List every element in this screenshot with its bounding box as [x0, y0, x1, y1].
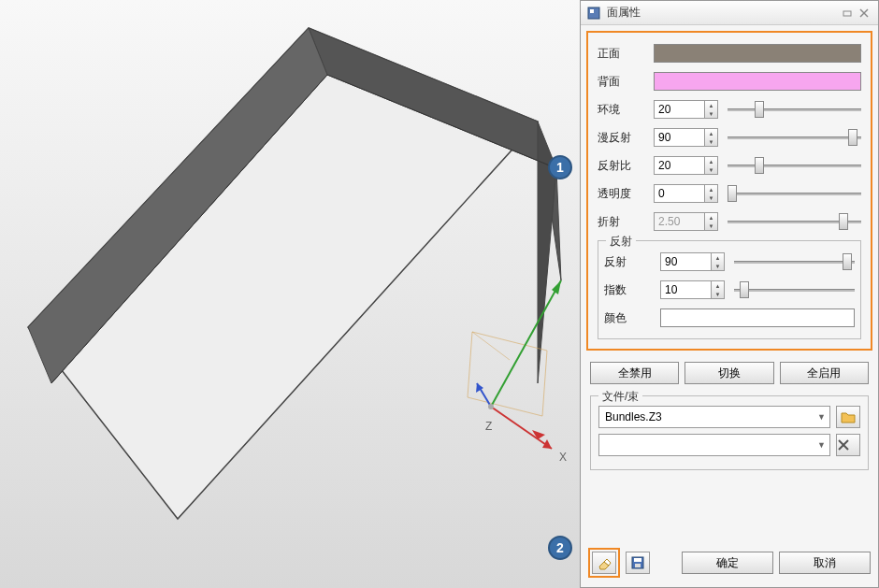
svg-rect-28 — [635, 564, 641, 567]
cancel-button[interactable]: 取消 — [779, 552, 871, 574]
clear-button[interactable] — [836, 434, 860, 456]
svg-rect-18 — [590, 9, 594, 13]
ok-button[interactable]: 确定 — [682, 552, 773, 574]
label-front-face: 正面 — [598, 46, 654, 62]
label-index: 指数 — [604, 282, 660, 298]
chevron-down-icon: ▼ — [817, 440, 826, 450]
index-spinner[interactable]: ▲▼ — [712, 280, 725, 299]
floppy-disk-icon — [630, 555, 645, 570]
reflectance-slider[interactable] — [728, 156, 861, 175]
diffuse-slider[interactable] — [728, 128, 861, 147]
secondary-combo[interactable]: ▼ — [598, 434, 830, 456]
diffuse-spinner[interactable]: ▲▼ — [705, 128, 718, 147]
panel-icon — [586, 6, 601, 21]
refraction-spinner[interactable]: ▲▼ — [705, 212, 718, 231]
refraction-input: 2.50 — [654, 212, 705, 231]
svg-rect-19 — [843, 11, 851, 16]
eraser-icon — [597, 555, 612, 570]
svg-marker-7 — [468, 332, 547, 416]
reflectance-input[interactable]: 20 — [654, 156, 705, 175]
panel-undock-button[interactable] — [839, 6, 856, 21]
bundle-combo[interactable]: Bundles.Z3 ▼ — [598, 406, 830, 428]
reflection-group: 反射 反射 90 ▲▼ 指数 10 ▲▼ 颜色 — [598, 240, 861, 339]
label-transparency: 透明度 — [598, 186, 654, 202]
axis-label-z: Z — [485, 420, 492, 433]
highlighted-eraser-frame — [588, 548, 620, 578]
eraser-button[interactable] — [592, 552, 616, 574]
reflection-input[interactable]: 90 — [660, 252, 712, 271]
viewport-3d[interactable]: X Z — [0, 0, 580, 588]
ambient-slider[interactable] — [728, 100, 861, 119]
label-ambient: 环境 — [598, 102, 654, 118]
enable-all-button[interactable]: 全启用 — [780, 362, 869, 384]
reflection-spinner[interactable]: ▲▼ — [712, 252, 725, 271]
refraction-slider[interactable] — [728, 212, 861, 231]
close-icon — [837, 438, 859, 452]
cube-geometry — [0, 0, 580, 588]
svg-line-11 — [491, 280, 561, 407]
back-face-color-swatch[interactable] — [654, 72, 861, 91]
chevron-down-icon: ▼ — [817, 412, 826, 422]
axis-label-x: X — [559, 451, 567, 464]
reflection-color-swatch[interactable] — [660, 308, 855, 327]
label-reflectance: 反射比 — [598, 158, 654, 174]
label-refraction: 折射 — [598, 214, 654, 230]
svg-marker-12 — [552, 280, 561, 294]
panel-title: 面属性 — [607, 5, 839, 21]
browse-folder-button[interactable] — [836, 406, 860, 428]
front-face-color-swatch[interactable] — [654, 44, 861, 63]
disable-all-button[interactable]: 全禁用 — [590, 362, 679, 384]
label-diffuse: 漫反射 — [598, 130, 654, 146]
diffuse-input[interactable]: 90 — [654, 128, 705, 147]
label-reflection-color: 颜色 — [604, 310, 660, 326]
callout-2: 2 — [548, 536, 572, 560]
toggle-button[interactable]: 切换 — [684, 362, 773, 384]
ambient-spinner[interactable]: ▲▼ — [705, 100, 718, 119]
toggle-button-row: 全禁用 切换 全启用 — [590, 362, 869, 384]
file-bundle-group: 文件/束 Bundles.Z3 ▼ ▼ — [590, 395, 869, 470]
label-reflection: 反射 — [604, 254, 660, 270]
properties-section: 正面 背面 环境 20 ▲▼ 漫反射 90 ▲▼ 反射比 20 ▲▼ — [586, 31, 872, 351]
panel-close-button[interactable] — [856, 6, 872, 21]
svg-marker-15 — [532, 430, 545, 439]
ambient-input[interactable]: 20 — [654, 100, 705, 119]
save-button[interactable] — [626, 552, 650, 574]
index-input[interactable]: 10 — [660, 280, 712, 299]
transparency-spinner[interactable]: ▲▼ — [705, 184, 718, 203]
index-slider[interactable] — [734, 280, 855, 299]
bottom-action-row: 确定 取消 — [588, 548, 871, 578]
reflection-group-legend: 反射 — [606, 234, 636, 250]
panel-titlebar: 面属性 — [581, 1, 878, 25]
svg-point-16 — [488, 404, 494, 409]
callout-1: 1 — [548, 155, 572, 179]
folder-icon — [841, 410, 856, 423]
transparency-slider[interactable] — [728, 184, 861, 203]
face-properties-panel: 面属性 正面 背面 环境 20 ▲▼ 漫反射 90 ▲▼ — [580, 0, 879, 588]
transparency-input[interactable]: 0 — [654, 184, 705, 203]
file-bundle-legend: 文件/束 — [598, 389, 642, 405]
reflection-slider[interactable] — [734, 252, 855, 271]
reflectance-spinner[interactable]: ▲▼ — [705, 156, 718, 175]
label-back-face: 背面 — [598, 74, 654, 90]
svg-rect-27 — [634, 558, 641, 562]
